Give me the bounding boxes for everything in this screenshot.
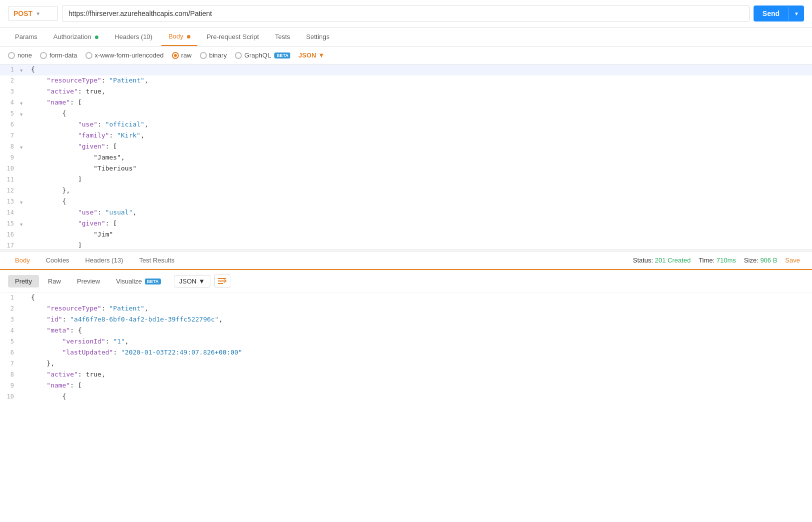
line-number: 2 xyxy=(0,304,20,314)
line-number: 13 xyxy=(0,196,20,208)
line-toggle[interactable]: ▼ xyxy=(20,64,29,76)
line-toggle[interactable]: ▼ xyxy=(20,218,29,230)
request-line: 12 }, xyxy=(0,186,812,196)
line-content: "use": "official", xyxy=(29,120,812,130)
line-content: "active": true, xyxy=(29,86,812,98)
line-content: "given": [ xyxy=(29,218,812,230)
request-line: 6 "use": "official", xyxy=(0,120,812,130)
line-toggle[interactable]: ▼ xyxy=(20,98,29,108)
body-type-graphql[interactable]: GraphQL BETA xyxy=(235,52,290,59)
format-visualize-button[interactable]: Visualize BETA xyxy=(109,275,167,288)
tab-pre-request-script[interactable]: Pre-request Script xyxy=(199,28,266,46)
tab-params[interactable]: Params xyxy=(8,28,44,46)
request-line: 2 "resourceType": "Patient", xyxy=(0,76,812,86)
line-toggle[interactable]: ▼ xyxy=(20,196,29,208)
resp-tab-body[interactable]: Body xyxy=(8,252,37,269)
line-number: 14 xyxy=(0,208,20,218)
line-content: "versionId": "1", xyxy=(29,336,812,348)
line-number: 12 xyxy=(0,186,20,196)
line-content: { xyxy=(29,392,812,402)
line-number: 8 xyxy=(0,142,20,152)
line-number: 17 xyxy=(0,240,20,250)
line-toggle xyxy=(20,186,29,196)
top-bar: POST ▼ Send ▼ xyxy=(0,0,812,28)
save-response-link[interactable]: Save xyxy=(785,256,800,264)
line-number: 3 xyxy=(0,86,20,98)
tab-tests[interactable]: Tests xyxy=(268,28,297,46)
format-pretty-button[interactable]: Pretty xyxy=(8,275,39,288)
line-content: "meta": { xyxy=(29,326,812,336)
line-content: "active": true, xyxy=(29,370,812,380)
request-line: 17 ] xyxy=(0,240,812,250)
line-content: "Jim" xyxy=(29,230,812,240)
body-type-selector: none form-data x-www-form-urlencoded raw… xyxy=(0,46,812,64)
tab-authorization[interactable]: Authorization xyxy=(46,28,106,46)
response-line: 7 }, xyxy=(0,358,812,370)
request-editor[interactable]: 1 ▼ { 2 "resourceType": "Patient", 3 "ac… xyxy=(0,64,812,250)
size-label: Size: 906 B xyxy=(744,256,778,264)
radio-form-data xyxy=(40,52,47,59)
line-toggle xyxy=(20,152,29,164)
status-code: 201 Created xyxy=(655,256,691,264)
request-line: 11 ] xyxy=(0,174,812,186)
response-editor: 1 { 2 "resourceType": "Patient", 3 "id":… xyxy=(0,292,812,408)
line-content: "use": "usual", xyxy=(29,208,812,218)
line-number: 9 xyxy=(0,380,20,392)
url-input[interactable] xyxy=(62,5,750,22)
line-number: 4 xyxy=(0,326,20,336)
line-toggle xyxy=(20,358,29,370)
request-line: 15 ▼ "given": [ xyxy=(0,218,812,230)
line-number: 11 xyxy=(0,174,20,186)
request-line: 3 "active": true, xyxy=(0,86,812,98)
resp-tab-test-results[interactable]: Test Results xyxy=(132,252,181,269)
line-toggle xyxy=(20,336,29,348)
response-line: 4 "meta": { xyxy=(0,326,812,336)
tab-body[interactable]: Body xyxy=(161,28,197,46)
json-format-dropdown[interactable]: JSON ▼ xyxy=(298,52,324,59)
line-toggle[interactable]: ▼ xyxy=(20,142,29,152)
line-content: ] xyxy=(29,240,812,250)
line-content: "lastUpdated": "2020-01-03T22:49:07.826+… xyxy=(29,348,812,358)
line-toggle xyxy=(20,208,29,218)
format-raw-button[interactable]: Raw xyxy=(41,275,68,288)
line-number: 7 xyxy=(0,358,20,370)
line-content: { xyxy=(29,64,812,76)
send-label: Send xyxy=(754,6,789,22)
line-number: 9 xyxy=(0,152,20,164)
time-label: Time: 710ms xyxy=(699,256,736,264)
resp-tab-cookies[interactable]: Cookies xyxy=(39,252,76,269)
visualize-beta-badge: BETA xyxy=(145,278,161,284)
line-number: 1 xyxy=(0,64,20,76)
line-number: 6 xyxy=(0,120,20,130)
method-value: POST xyxy=(13,10,32,18)
line-toggle xyxy=(20,230,29,240)
tab-headers[interactable]: Headers (10) xyxy=(107,28,159,46)
radio-urlencoded xyxy=(85,52,92,59)
body-type-urlencoded[interactable]: x-www-form-urlencoded xyxy=(85,52,164,59)
wrap-button[interactable] xyxy=(214,274,230,288)
line-content: { xyxy=(29,196,812,208)
method-selector[interactable]: POST ▼ xyxy=(8,6,58,21)
body-type-binary[interactable]: binary xyxy=(200,52,227,59)
request-line: 16 "Jim" xyxy=(0,230,812,240)
line-toggle xyxy=(20,304,29,314)
status-label: Status: 201 Created xyxy=(633,256,691,264)
line-number: 3 xyxy=(0,314,20,326)
response-format-bar: Pretty Raw Preview Visualize BETA JSON ▼ xyxy=(0,270,812,292)
resp-tab-headers[interactable]: Headers (13) xyxy=(78,252,130,269)
tab-settings[interactable]: Settings xyxy=(299,28,337,46)
line-toggle xyxy=(20,130,29,142)
line-content: "name": [ xyxy=(29,98,812,108)
response-line: 2 "resourceType": "Patient", xyxy=(0,304,812,314)
response-json-format-dropdown[interactable]: JSON ▼ xyxy=(174,275,211,288)
response-line: 9 "name": [ xyxy=(0,380,812,392)
body-type-none[interactable]: none xyxy=(8,52,32,59)
body-type-raw[interactable]: raw xyxy=(172,52,192,59)
send-button[interactable]: Send ▼ xyxy=(754,6,804,22)
format-preview-button[interactable]: Preview xyxy=(70,275,107,288)
body-type-form-data[interactable]: form-data xyxy=(40,52,77,59)
request-tabs: Params Authorization Headers (10) Body P… xyxy=(0,28,812,46)
response-tabs: Body Cookies Headers (13) Test Results xyxy=(8,252,181,269)
line-toggle[interactable]: ▼ xyxy=(20,108,29,120)
line-toggle xyxy=(20,326,29,336)
